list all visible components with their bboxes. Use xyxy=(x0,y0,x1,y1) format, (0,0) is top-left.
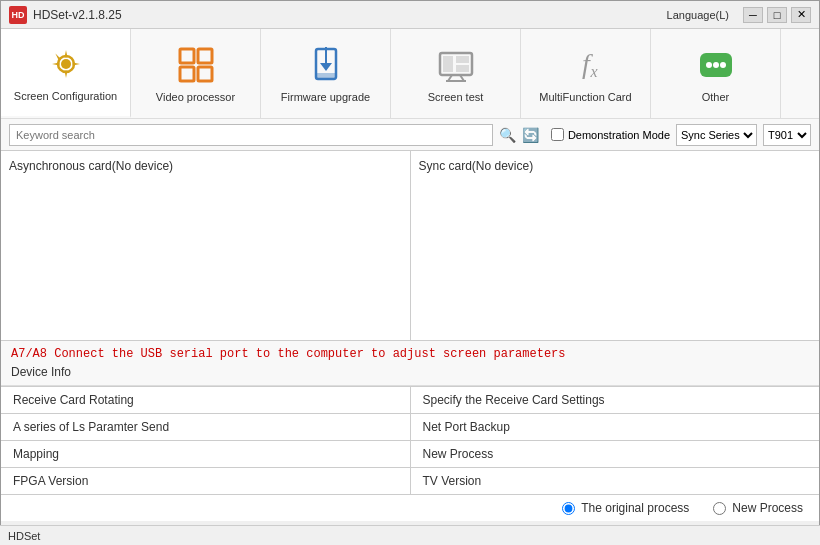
svg-rect-17 xyxy=(443,56,453,72)
demo-mode-label: Demonstration Mode xyxy=(568,129,670,141)
close-button[interactable]: ✕ xyxy=(791,7,811,23)
original-process-option[interactable]: The original process xyxy=(562,501,689,515)
async-label: Asynchronous card(No device) xyxy=(9,159,173,173)
svg-point-2 xyxy=(62,60,70,68)
sync-label: Sync card(No device) xyxy=(419,159,534,173)
multifunction-icon: f x xyxy=(566,45,606,85)
multifunction-label: MultiFunction Card xyxy=(539,91,631,103)
title-bar: HD HDSet-v2.1.8.25 Language(L) ─ □ ✕ xyxy=(1,1,819,29)
language-label[interactable]: Language(L) xyxy=(667,9,729,21)
firmware-icon xyxy=(306,45,346,85)
btn-row-2: A series of Ls Paramter Send Net Port Ba… xyxy=(1,413,819,440)
original-process-label: The original process xyxy=(581,501,689,515)
status-strip-label: HDSet xyxy=(8,530,40,542)
svg-rect-18 xyxy=(456,56,469,63)
screen-test-label: Screen test xyxy=(428,91,484,103)
minimize-button[interactable]: ─ xyxy=(743,7,763,23)
toolbar-item-multifunction[interactable]: f x MultiFunction Card xyxy=(521,29,651,118)
search-button[interactable]: 🔍 xyxy=(499,127,516,143)
specify-receive-card-button[interactable]: Specify the Receive Card Settings xyxy=(411,387,820,413)
btn-row-1: Receive Card Rotating Specify the Receiv… xyxy=(1,386,819,413)
svg-point-25 xyxy=(720,62,726,68)
firmware-label: Firmware upgrade xyxy=(281,91,370,103)
toolbar-item-screen-config[interactable]: Screen Configuration xyxy=(1,29,131,118)
toolbar-item-other[interactable]: Other xyxy=(651,29,781,118)
receive-card-rotating-button[interactable]: Receive Card Rotating xyxy=(1,387,411,413)
title-bar-controls: Language(L) ─ □ ✕ xyxy=(667,7,811,23)
search-input[interactable] xyxy=(9,124,493,146)
screen-config-label: Screen Configuration xyxy=(14,90,117,102)
device-info-label: Device Info xyxy=(11,365,809,379)
svg-rect-10 xyxy=(316,73,336,78)
svg-rect-19 xyxy=(456,65,469,72)
sync-panel: Sync card(No device) xyxy=(411,151,820,340)
fpga-version-button[interactable]: FPGA Version xyxy=(1,468,411,494)
status-area: A7/A8 Connect the USB serial port to the… xyxy=(1,341,819,386)
tv-version-button[interactable]: TV Version xyxy=(411,468,820,494)
maximize-button[interactable]: □ xyxy=(767,7,787,23)
app-title: HDSet-v2.1.8.25 xyxy=(33,8,122,22)
new-process-option[interactable]: New Process xyxy=(713,501,803,515)
svg-rect-4 xyxy=(198,49,212,63)
btn-row-3: Mapping New Process xyxy=(1,440,819,467)
title-bar-left: HD HDSet-v2.1.8.25 xyxy=(9,6,122,24)
status-strip: HDSet xyxy=(0,525,820,545)
screen-config-icon xyxy=(46,44,86,84)
refresh-button[interactable]: 🔄 xyxy=(522,127,539,143)
video-icon xyxy=(176,45,216,85)
new-process-button[interactable]: New Process xyxy=(411,441,820,467)
original-process-radio[interactable] xyxy=(562,502,575,515)
svg-marker-9 xyxy=(320,63,332,71)
other-icon xyxy=(696,45,736,85)
svg-rect-3 xyxy=(180,49,194,63)
demo-mode-option: Demonstration Mode xyxy=(551,128,670,141)
search-bar: 🔍 🔄 Demonstration Mode Sync Series T901 xyxy=(1,119,819,151)
svg-text:x: x xyxy=(589,63,597,80)
new-process-radio[interactable] xyxy=(713,502,726,515)
toolbar-item-video[interactable]: Video processor xyxy=(131,29,261,118)
main-panels: Asynchronous card(No device) Sync card(N… xyxy=(1,151,819,341)
svg-rect-6 xyxy=(198,67,212,81)
svg-point-23 xyxy=(706,62,712,68)
process-selector: The original process New Process xyxy=(1,494,819,521)
other-label: Other xyxy=(702,91,730,103)
svg-rect-5 xyxy=(180,67,194,81)
async-panel: Asynchronous card(No device) xyxy=(1,151,411,340)
demo-mode-checkbox[interactable] xyxy=(551,128,564,141)
mapping-button[interactable]: Mapping xyxy=(1,441,411,467)
t901-select[interactable]: T901 xyxy=(763,124,811,146)
toolbar-item-firmware[interactable]: Firmware upgrade xyxy=(261,29,391,118)
a7a8-message: A7/A8 Connect the USB serial port to the… xyxy=(11,347,809,361)
video-label: Video processor xyxy=(156,91,235,103)
new-process-label: New Process xyxy=(732,501,803,515)
app-logo: HD xyxy=(9,6,27,24)
btn-row-4: FPGA Version TV Version xyxy=(1,467,819,494)
button-grid: Receive Card Rotating Specify the Receiv… xyxy=(1,386,819,494)
toolbar: Screen Configuration Video processor xyxy=(1,29,819,119)
net-port-backup-button[interactable]: Net Port Backup xyxy=(411,414,820,440)
a-series-ls-button[interactable]: A series of Ls Paramter Send xyxy=(1,414,411,440)
sync-series-select[interactable]: Sync Series xyxy=(676,124,757,146)
toolbar-item-screen-test[interactable]: Screen test xyxy=(391,29,521,118)
screen-test-icon xyxy=(436,45,476,85)
svg-point-24 xyxy=(713,62,719,68)
